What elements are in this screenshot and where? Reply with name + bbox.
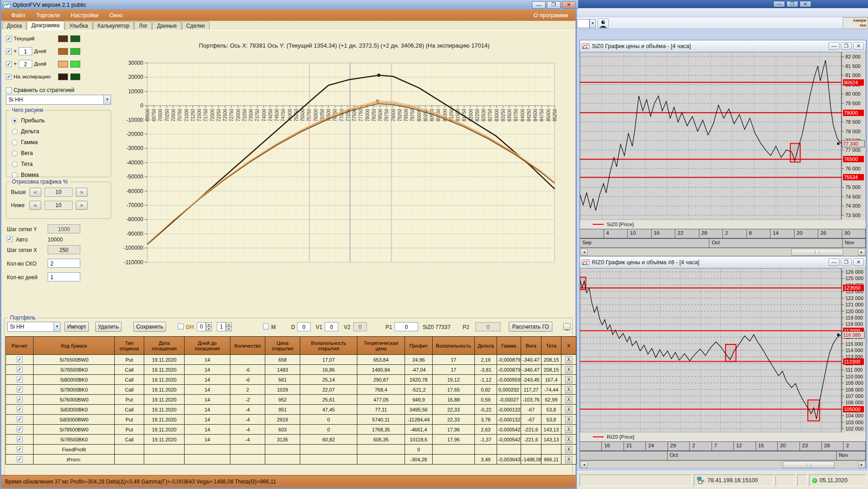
color-swatch[interactable]	[70, 73, 80, 80]
menu-item-Настройки[interactable]: Настройки	[65, 11, 104, 20]
riz0-price-plot[interactable]	[580, 268, 841, 432]
riz0-window-titlebar[interactable]: RIZ0 График цены и объёма #8 - [4 часа] …	[580, 257, 866, 268]
row-enabled-checkbox[interactable]: ✓	[17, 446, 23, 452]
spin-down-icon[interactable]: ▼	[226, 327, 232, 331]
color-swatch[interactable]	[70, 35, 80, 42]
tab-Данные[interactable]: Данные	[152, 21, 181, 30]
spin-up-icon[interactable]: ▲	[206, 322, 212, 327]
portfolio-instrument-select[interactable]: Si HH ▼	[7, 322, 61, 332]
chevron-down-icon[interactable]: ▼	[54, 322, 60, 331]
menu-item-Файл[interactable]: Файл	[6, 11, 31, 20]
close-icon[interactable]: ✕	[853, 42, 864, 50]
restore-icon[interactable]: ❐	[841, 258, 852, 266]
terminal-combo-box[interactable]	[577, 19, 590, 28]
color-swatch[interactable]	[70, 61, 80, 68]
chevron-down-icon[interactable]: ▼	[103, 95, 111, 104]
restore-icon[interactable]: ❐	[547, 1, 561, 9]
series-checkbox[interactable]: ✓	[6, 74, 12, 80]
table-row[interactable]: ✓FixedProfit0X	[6, 445, 576, 455]
p2-input[interactable]	[475, 322, 501, 331]
tab-Калькулятор[interactable]: Калькулятор	[93, 21, 134, 30]
color-swatch[interactable]	[58, 61, 68, 68]
days-offset-input[interactable]	[19, 47, 32, 55]
increment-button[interactable]: >	[76, 188, 88, 197]
v1-input[interactable]	[325, 322, 338, 331]
grid-x-input[interactable]	[48, 245, 80, 254]
row-enabled-checkbox[interactable]: ✓	[17, 456, 23, 462]
app-titlebar[interactable]: OptionFVV версия 2.1 public — ❐ ✕	[1, 0, 578, 10]
collapse-button[interactable]: _	[563, 323, 571, 330]
dh-spin-b[interactable]: 1 ▲▼	[217, 322, 232, 331]
table-row[interactable]: ✓Si76500BW0Put19.11.202014-665817,07653,…	[6, 355, 576, 365]
minimize-icon[interactable]: —	[829, 42, 839, 50]
decrement-button[interactable]: <	[29, 188, 41, 197]
siz0-scrollbar[interactable]: ◄ ►	[580, 248, 866, 256]
radio-icon[interactable]	[12, 118, 18, 124]
m-checkbox[interactable]	[263, 324, 269, 329]
delete-button[interactable]: Удалить	[95, 322, 122, 332]
chevron-down-icon[interactable]: ▼	[590, 19, 596, 28]
series-checkbox[interactable]: ✓	[6, 61, 12, 67]
d-input[interactable]	[297, 322, 311, 331]
restore-icon[interactable]: ❐	[786, 1, 798, 7]
row-enabled-checkbox[interactable]: ✓	[17, 426, 23, 432]
instrument-select[interactable]: Si HH ▼	[6, 95, 111, 105]
remove-row-button[interactable]: X	[565, 426, 572, 433]
remove-row-button[interactable]: X	[565, 366, 572, 373]
remove-row-button[interactable]: X	[565, 396, 572, 403]
series-checkbox[interactable]: ✓	[6, 48, 12, 54]
scroll-left-icon[interactable]: ◄	[580, 249, 588, 256]
calc-margin-button[interactable]: Рассчитать ГО	[509, 322, 552, 332]
table-row[interactable]: ✓Si83000BW0Put19.11.202014-4291905740,11…	[6, 415, 576, 425]
increment-button[interactable]: >	[76, 201, 88, 210]
row-enabled-checkbox[interactable]: ✓	[17, 377, 23, 382]
table-row[interactable]: ✓Итого:-304,283,49-0,003643-1488,08966,1…	[6, 455, 576, 465]
table-row[interactable]: ✓Si76000BW0Put19.11.202014-295225,61477,…	[6, 395, 576, 405]
table-row[interactable]: ✓Si78000BK0Call19.11.2020142102922,07768…	[6, 385, 576, 395]
siz0-price-plot[interactable]	[580, 52, 841, 220]
color-swatch[interactable]	[70, 48, 80, 55]
radio-icon[interactable]	[12, 161, 18, 167]
remove-row-button[interactable]: X	[565, 356, 572, 363]
draw-option-Тета[interactable]: Тета	[12, 159, 111, 169]
radio-icon[interactable]	[12, 172, 18, 178]
days-offset-input[interactable]	[19, 60, 32, 68]
auto-checkbox[interactable]: ✓	[7, 236, 13, 242]
draw-option-Вега[interactable]: Вега	[12, 148, 111, 159]
table-row[interactable]: ✓Si76500BK0Call19.11.202014-6148316,8614…	[6, 365, 576, 375]
scrollbar-thumb[interactable]	[791, 249, 843, 256]
scroll-right-icon[interactable]: ►	[858, 249, 865, 256]
menu-item-Торговля[interactable]: Торговля	[31, 11, 65, 20]
color-swatch[interactable]	[58, 35, 68, 42]
remove-row-button[interactable]: X	[565, 376, 572, 383]
row-enabled-checkbox[interactable]: ✓	[17, 397, 23, 402]
draw-option-Гамма[interactable]: Гамма	[12, 137, 111, 148]
dh-spin-a[interactable]: 0 ▲▼	[197, 322, 212, 331]
table-row[interactable]: ✓Si83000BK0Call19.11.202014-495147,4577,…	[6, 405, 576, 415]
spin-value[interactable]: 1	[217, 322, 226, 331]
sko-input[interactable]	[48, 259, 80, 268]
table-row[interactable]: ✓Si78500BW0Put19.11.202014-460301768,35-…	[6, 425, 576, 435]
spin-value[interactable]: 0	[197, 322, 206, 331]
spin-up-icon[interactable]: ▲	[226, 322, 232, 327]
color-swatch[interactable]	[58, 73, 68, 80]
save-button[interactable]: Сохранить	[133, 322, 166, 332]
user-button[interactable]	[598, 19, 609, 29]
color-swatch[interactable]	[58, 48, 68, 55]
tab-Диаграмма[interactable]: Диаграмма	[27, 21, 64, 30]
minimize-icon[interactable]: —	[532, 1, 546, 9]
table-row[interactable]: ✓Si80000BK0Call19.11.202014-656125,14290…	[6, 375, 576, 385]
remove-row-button[interactable]: X	[565, 416, 572, 423]
banner-image[interactable]: Амери теп	[843, 17, 868, 29]
remove-row-button[interactable]: X	[565, 456, 572, 463]
row-enabled-checkbox[interactable]: ✓	[17, 436, 23, 442]
menu-item-Окно[interactable]: Окно	[104, 11, 128, 20]
remove-row-button[interactable]: X	[565, 386, 572, 393]
close-icon[interactable]: ✕	[853, 258, 864, 266]
row-enabled-checkbox[interactable]: ✓	[17, 357, 23, 363]
dh-checkbox[interactable]	[178, 324, 184, 329]
row-enabled-checkbox[interactable]: ✓	[17, 407, 23, 412]
tab-Доска[interactable]: Доска	[2, 21, 26, 30]
close-icon[interactable]: ✕	[800, 1, 811, 7]
close-icon[interactable]: ✕	[562, 1, 575, 9]
